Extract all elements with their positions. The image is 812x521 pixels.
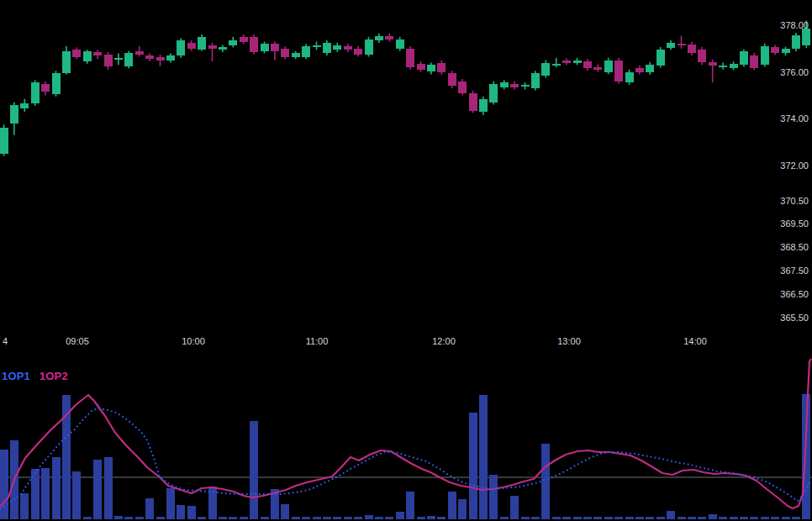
candle-body bbox=[521, 85, 530, 87]
candle-body bbox=[271, 44, 279, 50]
price-label: 376.00 bbox=[780, 67, 809, 77]
volume-bar bbox=[646, 517, 654, 519]
price-label: 370.50 bbox=[780, 196, 809, 206]
candle-body bbox=[531, 73, 540, 88]
candle-body bbox=[396, 39, 404, 49]
candle-body bbox=[219, 47, 227, 50]
price-label: 374.00 bbox=[780, 113, 809, 124]
volume-bar bbox=[417, 517, 425, 519]
time-axis[interactable]: 409:0510:0011:0012:0013:0014:00 bbox=[0, 332, 812, 355]
time-label: 12:00 bbox=[432, 336, 456, 346]
candle-body bbox=[740, 51, 748, 64]
candle-body bbox=[635, 68, 644, 72]
volume-bar bbox=[771, 517, 779, 519]
candle-body bbox=[0, 128, 8, 154]
volume-bar bbox=[552, 517, 561, 519]
candle-body bbox=[156, 57, 165, 61]
candle-body bbox=[427, 65, 435, 71]
volume-bar bbox=[406, 492, 414, 519]
candle-body bbox=[761, 46, 769, 65]
volume-bar bbox=[730, 517, 738, 519]
candle-body bbox=[333, 45, 341, 50]
volume-bar bbox=[521, 517, 530, 519]
volume-bar bbox=[573, 517, 582, 519]
volume-bar bbox=[709, 514, 717, 519]
volume-bar bbox=[469, 413, 477, 519]
candle-body bbox=[541, 63, 550, 76]
volume-bar bbox=[281, 504, 289, 519]
price-label: 365.50 bbox=[780, 313, 809, 323]
price-axis[interactable]: 378.00376.00374.00372.00370.50369.50368.… bbox=[777, 0, 812, 332]
candle-body bbox=[375, 36, 383, 41]
candle-body bbox=[479, 99, 488, 112]
candle-body bbox=[62, 51, 71, 73]
candle-body bbox=[625, 72, 634, 83]
time-label: 13:00 bbox=[557, 336, 581, 346]
candle-body bbox=[198, 37, 206, 50]
candle-body bbox=[593, 67, 602, 70]
time-label: 09:05 bbox=[66, 336, 89, 346]
volume-bar bbox=[479, 395, 488, 519]
candlestick-series bbox=[0, 20, 810, 155]
volume-bar bbox=[333, 517, 341, 519]
candle-body bbox=[229, 40, 237, 45]
volume-bar bbox=[678, 517, 686, 519]
volume-bar bbox=[427, 516, 435, 519]
candle-body bbox=[458, 82, 467, 93]
volume-bar bbox=[20, 493, 29, 519]
volume-bar bbox=[667, 511, 675, 519]
price-label: 366.50 bbox=[780, 289, 809, 299]
candle-body bbox=[344, 46, 352, 50]
candle-body bbox=[104, 55, 113, 66]
candle-body bbox=[250, 37, 258, 52]
candle-body bbox=[698, 50, 706, 63]
legend-item-1op2[interactable]: 1OP2 bbox=[40, 370, 68, 382]
volume-bar bbox=[292, 517, 300, 519]
candle-body bbox=[292, 53, 300, 56]
volume-bar bbox=[229, 517, 237, 519]
candle-body bbox=[281, 49, 289, 57]
candle-body bbox=[145, 55, 154, 59]
candle-body bbox=[20, 103, 29, 108]
volume-bar bbox=[750, 517, 758, 519]
volume-bar bbox=[114, 516, 123, 519]
candle-body bbox=[489, 84, 498, 103]
volume-bar bbox=[135, 517, 144, 519]
volume-bar bbox=[719, 517, 727, 519]
candle-body bbox=[385, 36, 393, 39]
candle-body bbox=[500, 82, 509, 87]
volume-bar bbox=[219, 517, 227, 519]
time-label: 14:00 bbox=[683, 336, 707, 346]
volume-bar bbox=[510, 496, 519, 519]
volume-bar bbox=[313, 517, 321, 519]
candle-body bbox=[614, 61, 623, 82]
candle-body bbox=[562, 61, 571, 62]
chart-canvas[interactable] bbox=[0, 0, 812, 521]
price-label: 369.50 bbox=[780, 218, 809, 229]
candle-body bbox=[41, 84, 50, 92]
op1-indicator-line bbox=[0, 408, 810, 509]
volume-bar bbox=[198, 517, 206, 519]
candle-body bbox=[72, 50, 81, 56]
volume-bar bbox=[458, 499, 467, 519]
volume-bar bbox=[323, 517, 331, 519]
candle-body bbox=[31, 82, 40, 103]
candle-body bbox=[552, 64, 561, 66]
candle-body bbox=[208, 45, 217, 49]
indicator-legend: 1OP1 1OP2 bbox=[2, 370, 74, 382]
candle-body bbox=[417, 64, 425, 70]
volume-bar bbox=[250, 421, 258, 519]
candle-body bbox=[583, 61, 592, 68]
volume-bar bbox=[344, 517, 352, 519]
candle-body bbox=[678, 44, 686, 45]
candle-body bbox=[365, 39, 373, 55]
candle-body bbox=[667, 43, 675, 48]
volume-bar bbox=[52, 457, 61, 519]
legend-item-1op1[interactable]: 1OP1 bbox=[2, 370, 30, 382]
candle-body bbox=[688, 45, 696, 54]
price-label: 378.00 bbox=[780, 20, 809, 30]
candle-body bbox=[166, 55, 175, 61]
candle-body bbox=[261, 44, 269, 50]
volume-bar bbox=[156, 517, 165, 519]
candle-body bbox=[313, 45, 321, 47]
